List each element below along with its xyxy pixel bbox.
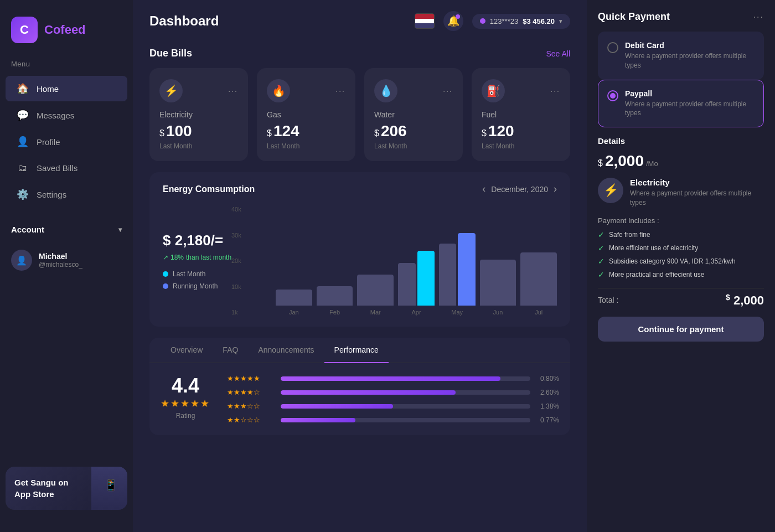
sidebar: C Cofeed Menu 🏠 Home💬 Messages👤 Profile🗂…: [0, 0, 133, 532]
rating-stars: ★★★★★: [161, 397, 210, 410]
notification-bell[interactable]: 🔔: [443, 11, 463, 31]
bill-card-top: 🔥 ···: [267, 79, 345, 102]
energy-chart-section: Energy Comsumption ‹ December, 2020 › $ …: [149, 172, 570, 327]
language-flag[interactable]: [415, 13, 435, 29]
user-name: Michael: [39, 252, 82, 261]
x-label-jun: Jun: [480, 309, 516, 316]
total-currency: $: [726, 293, 730, 302]
see-all-link[interactable]: See All: [546, 49, 570, 58]
y-label: 1k: [231, 309, 241, 316]
include-items-list: ✓ Safe from fine✓ More efficient use of …: [598, 230, 764, 279]
bill-card-top: ⚡ ···: [159, 79, 238, 102]
include-item: ✓ Subsidies category 900 VA, IDR 1,352/k…: [598, 257, 764, 266]
electricity-name: Electricity: [630, 178, 764, 187]
bar-current-apr: [417, 251, 435, 306]
bill-card-water[interactable]: 💧 ··· Water $206 Last Month: [364, 68, 463, 161]
chart-prev-icon[interactable]: ‹: [482, 183, 485, 195]
sidebar-item-saved-bills[interactable]: 🗂 Saved Bills: [6, 156, 127, 180]
tab-performance[interactable]: Performance: [324, 338, 389, 363]
chart-title: Energy Comsumption: [163, 184, 255, 194]
bill-card-gas[interactable]: 🔥 ··· Gas $124 Last Month: [257, 68, 355, 161]
chart-header: Energy Comsumption ‹ December, 2020 ›: [163, 183, 557, 195]
rating-bar-track: [281, 376, 530, 381]
electricity-desc: Where a payment provider offers multiple…: [630, 189, 764, 208]
sidebar-item-label-profile: Profile: [37, 137, 60, 147]
bar-current-may: [458, 233, 475, 306]
check-icon: ✓: [598, 244, 604, 252]
bill-menu-icon[interactable]: ···: [335, 86, 345, 95]
include-item: ✓ Safe from fine: [598, 230, 764, 239]
logo-area: C Cofeed: [0, 11, 133, 60]
user-details: Michael @michalesco_: [39, 252, 82, 268]
account-pill[interactable]: 123***23 $3 456.20 ▾: [472, 14, 570, 29]
tab-faq[interactable]: FAQ: [213, 338, 248, 363]
bill-amount: $206: [374, 122, 453, 140]
account-indicator: [480, 18, 485, 24]
rating-bar-pct: 0.80%: [537, 375, 559, 383]
rating-bar-fill: [281, 404, 393, 409]
tab-announcements[interactable]: Announcements: [248, 338, 324, 363]
bill-card-electricity[interactable]: ⚡ ··· Electricity $100 Last Month: [149, 68, 248, 161]
menu-label: Menu: [0, 60, 133, 75]
bill-menu-icon[interactable]: ···: [550, 86, 560, 95]
total-label: Total :: [598, 296, 618, 304]
payment-option-debit-card[interactable]: Debit Card Where a payment provider offe…: [598, 32, 764, 80]
bar-mar: [357, 275, 394, 306]
rating-star-icons: ★★☆☆☆: [227, 416, 274, 424]
panel-menu-icon[interactable]: ···: [753, 12, 764, 22]
bill-card-fuel[interactable]: ⛽ ··· Fuel $120 Last Month: [472, 68, 570, 161]
payment-option-paypall[interactable]: Paypall Where a payment provider offers …: [598, 80, 764, 128]
sidebar-item-settings[interactable]: ⚙️ Settings: [6, 182, 127, 207]
sidebar-item-messages[interactable]: 💬 Messages: [6, 102, 127, 128]
rating-star-icons: ★★★☆☆: [227, 402, 274, 410]
account-chevron-icon: ▾: [559, 18, 562, 25]
account-balance: $3 456.20: [523, 17, 555, 25]
chevron-down-icon: ▾: [118, 226, 122, 234]
rating-star-icons: ★★★★★: [227, 374, 274, 383]
check-icon: ✓: [598, 230, 604, 239]
legend-running-month: Running Month: [163, 282, 240, 290]
sidebar-item-label-messages: Messages: [37, 111, 74, 120]
bills-grid: ⚡ ··· Electricity $100 Last Month 🔥 ··· …: [149, 68, 570, 161]
details-section: Details $ 2,000 /Mo ⚡ Electricity Where …: [598, 136, 764, 342]
growth-label: than last month: [186, 254, 231, 261]
continue-payment-button[interactable]: Continue for payment: [598, 317, 764, 342]
sidebar-item-profile[interactable]: 👤 Profile: [6, 129, 127, 154]
payment-options: Debit Card Where a payment provider offe…: [598, 32, 764, 127]
check-icon: ✓: [598, 270, 604, 279]
rating-section: 4.4 ★★★★★ Rating ★★★★★ 0.80% ★★★★☆ 2.60%…: [149, 363, 570, 435]
rating-bar-track: [281, 418, 530, 422]
sidebar-item-home[interactable]: 🏠 Home: [6, 76, 127, 101]
include-item: ✓ More practical and effiecient use: [598, 270, 764, 279]
rating-bar-track: [281, 404, 530, 409]
chart-legend: Last Month Running Month: [163, 270, 240, 290]
fuel-icon: ⛽: [482, 79, 505, 102]
bill-amount: $100: [159, 122, 238, 140]
include-text: Safe from fine: [609, 231, 650, 239]
chart-next-icon[interactable]: ›: [554, 183, 557, 195]
account-header[interactable]: Account ▾: [6, 219, 127, 240]
chart-stats: $ 2,180/= ↗ 18% than last month Last Mon…: [163, 206, 240, 316]
legend-dot-running: [163, 283, 168, 289]
growth-arrow-icon: ↗: [163, 254, 168, 261]
user-handle: @michalesco_: [39, 261, 82, 268]
bar-last-apr: [398, 263, 415, 306]
y-label: 20k: [231, 257, 241, 264]
details-title: Details: [598, 136, 764, 146]
rating-bar-fill: [281, 376, 500, 381]
tab-overview[interactable]: Overview: [161, 338, 213, 363]
electricity-icon: ⚡: [598, 178, 623, 203]
sidebar-item-label-settings: Settings: [37, 190, 66, 199]
rating-bar-row: ★★★★★ 0.80%: [227, 374, 559, 383]
legend-last-label: Last Month: [173, 270, 205, 278]
bills-section-header: Due Bills See All: [149, 48, 570, 59]
bill-menu-icon[interactable]: ···: [228, 86, 238, 95]
bar-group-feb: [317, 206, 353, 306]
rating-bars: ★★★★★ 0.80% ★★★★☆ 2.60% ★★★☆☆ 1.38% ★★☆☆…: [227, 374, 559, 424]
bill-period: Last Month: [482, 142, 560, 150]
bill-period: Last Month: [374, 142, 453, 150]
bill-menu-icon[interactable]: ···: [443, 86, 453, 95]
rating-label: Rating: [161, 412, 210, 420]
topbar: Dashboard 🔔 123***23 $3 456.20 ▾: [133, 0, 587, 42]
payment-desc: Where a payment provider offers multiple…: [625, 51, 755, 70]
